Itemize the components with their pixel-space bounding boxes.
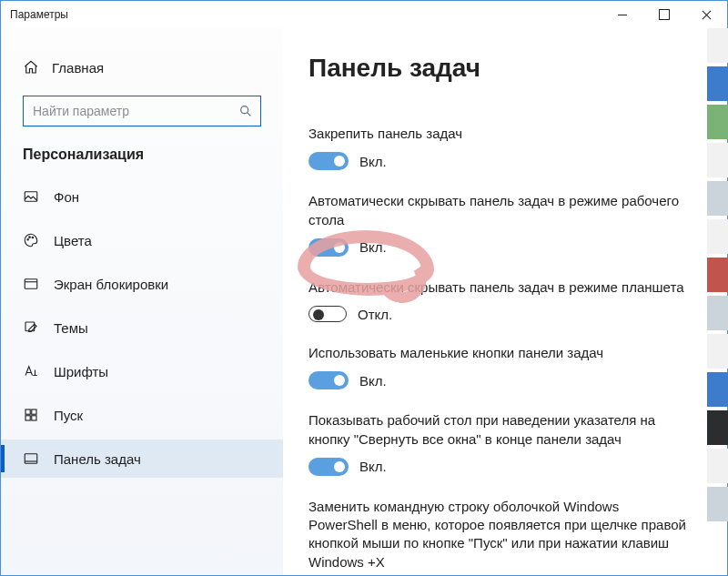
setting-lock-taskbar: Закрепить панель задач Вкл. [308, 125, 691, 170]
toggle-peek-desktop[interactable] [308, 458, 349, 476]
setting-label: Автоматически скрывать панель задач в ре… [308, 192, 691, 229]
start-icon [23, 407, 39, 423]
sidebar-item-label: Темы [54, 320, 88, 336]
svg-rect-10 [32, 416, 36, 420]
content: Панель задач Закрепить панель задач Вкл.… [283, 28, 727, 575]
page-title: Панель задач [308, 54, 713, 83]
svg-point-2 [27, 239, 29, 241]
search-input[interactable] [33, 104, 238, 118]
fonts-icon [23, 363, 39, 379]
setting-peek-desktop: Показывать рабочий стол при наведении ук… [308, 411, 691, 476]
sidebar-home[interactable]: Главная [1, 52, 283, 83]
svg-point-4 [32, 237, 34, 238]
toggle-state-text: Вкл. [359, 459, 387, 474]
taskbar-icon [23, 450, 39, 467]
setting-powershell: Заменить командную строку оболочкой Wind… [308, 498, 691, 571]
setting-label: Закрепить панель задач [308, 125, 691, 143]
toggle-autohide-desktop[interactable] [308, 238, 349, 257]
toggle-small-buttons[interactable] [308, 371, 349, 389]
sidebar-item-colors[interactable]: Цвета [1, 221, 283, 259]
toggle-autohide-tablet[interactable] [308, 306, 347, 322]
themes-icon [23, 319, 39, 336]
svg-rect-1 [25, 192, 37, 202]
sidebar-item-themes[interactable]: Темы [1, 308, 283, 347]
svg-rect-5 [25, 279, 37, 289]
sidebar-item-lockscreen[interactable]: Экран блокировки [1, 265, 283, 303]
sidebar-item-label: Панель задач [54, 451, 141, 467]
svg-point-0 [241, 106, 248, 114]
svg-rect-8 [32, 409, 36, 414]
toggle-state-text: Вкл. [359, 239, 387, 255]
sidebar-item-taskbar[interactable]: Панель задач [1, 440, 283, 478]
close-button[interactable] [685, 1, 727, 28]
setting-label: Заменить командную строку оболочкой Wind… [308, 498, 691, 571]
svg-point-3 [29, 237, 31, 238]
toggle-lock-taskbar[interactable] [308, 152, 349, 170]
setting-autohide-tablet: Автоматически скрывать панель задач в ре… [308, 278, 691, 322]
sidebar-item-background[interactable]: Фон [1, 177, 283, 216]
setting-label: Использовать маленькие кнопки панели зад… [308, 344, 691, 362]
sidebar: Главная Персонализация Фон Цвета Экран б… [1, 28, 283, 575]
toggle-state-text: Вкл. [359, 154, 387, 169]
sidebar-item-fonts[interactable]: Шрифты [1, 352, 283, 390]
sidebar-item-label: Пуск [54, 408, 83, 423]
sidebar-home-label: Главная [52, 60, 104, 76]
titlebar: Параметры [1, 1, 727, 28]
setting-small-buttons: Использовать маленькие кнопки панели зад… [308, 344, 691, 389]
toggle-state-text: Откл. [358, 307, 392, 322]
sidebar-item-label: Фон [54, 189, 79, 205]
settings-window: Параметры Главная Персонализация Фон Цве [0, 0, 728, 576]
palette-icon [23, 232, 39, 248]
setting-autohide-desktop: Автоматически скрывать панель задач в ре… [308, 192, 691, 257]
picture-icon [23, 188, 39, 205]
home-icon [23, 59, 39, 76]
sidebar-item-label: Цвета [54, 233, 92, 248]
maximize-button[interactable] [643, 1, 685, 28]
sidebar-item-start[interactable]: Пуск [1, 396, 283, 434]
search-icon [238, 104, 253, 118]
minimize-button[interactable] [602, 1, 643, 28]
setting-label: Показывать рабочий стол при наведении ук… [308, 411, 691, 449]
search-box[interactable] [23, 96, 261, 126]
svg-rect-11 [25, 454, 37, 464]
sidebar-section-title: Персонализация [1, 143, 283, 177]
window-title: Параметры [10, 8, 68, 21]
toggle-state-text: Вкл. [359, 373, 387, 389]
setting-label: Автоматически скрывать панель задач в ре… [308, 278, 691, 297]
sidebar-item-label: Экран блокировки [54, 277, 168, 292]
svg-rect-7 [25, 409, 30, 414]
svg-rect-9 [25, 416, 30, 420]
sidebar-item-label: Шрифты [54, 364, 108, 379]
lockscreen-icon [23, 276, 39, 292]
